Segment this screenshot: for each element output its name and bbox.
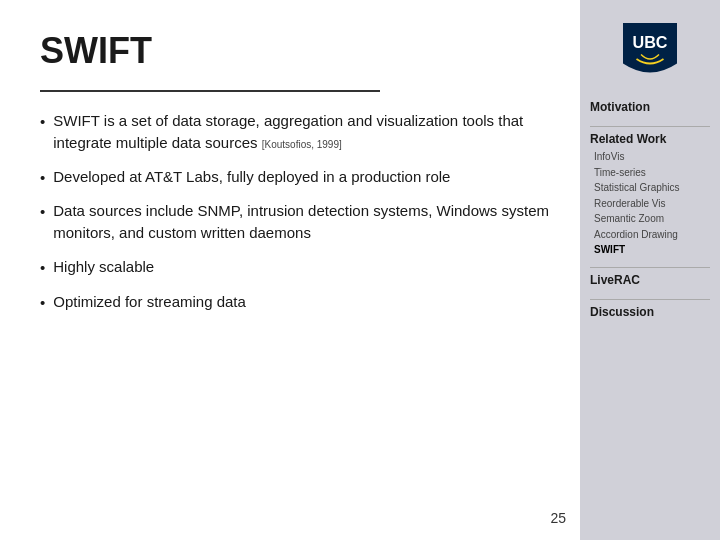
bullet-icon: • bbox=[40, 167, 45, 189]
ubc-logo: UBC bbox=[614, 14, 686, 86]
sidebar-item-infovis: InfoVis bbox=[594, 149, 710, 165]
sidebar-item-timeseries: Time-series bbox=[594, 165, 710, 181]
discussion-section: Discussion bbox=[590, 305, 710, 322]
sidebar-divider-2 bbox=[590, 267, 710, 268]
sidebar-divider-1 bbox=[590, 126, 710, 127]
sidebar-item-semantic-zoom: Semantic Zoom bbox=[594, 211, 710, 227]
discussion-label: Discussion bbox=[590, 305, 710, 319]
related-work-section: Related Work InfoVis Time-series Statist… bbox=[590, 132, 710, 258]
bullet-text: SWIFT is a set of data storage, aggregat… bbox=[53, 110, 550, 154]
list-item: • SWIFT is a set of data storage, aggreg… bbox=[40, 110, 550, 154]
bullet-list: • SWIFT is a set of data storage, aggreg… bbox=[40, 110, 550, 313]
bullet-text: Developed at AT&T Labs, fully deployed i… bbox=[53, 166, 450, 188]
sidebar-divider-3 bbox=[590, 299, 710, 300]
related-items: InfoVis Time-series Statistical Graphics… bbox=[590, 149, 710, 258]
bullet-icon: • bbox=[40, 257, 45, 279]
bullet-icon: • bbox=[40, 111, 45, 133]
bullet-text: Optimized for streaming data bbox=[53, 291, 246, 313]
citation: [Koutsofios, 1999] bbox=[262, 139, 342, 150]
motivation-label: Motivation bbox=[590, 100, 710, 114]
list-item: • Optimized for streaming data bbox=[40, 291, 550, 314]
sidebar-item-accordion-drawing: Accordion Drawing bbox=[594, 227, 710, 243]
bullet-icon: • bbox=[40, 292, 45, 314]
list-item: • Highly scalable bbox=[40, 256, 550, 279]
svg-text:UBC: UBC bbox=[632, 33, 667, 51]
bullet-icon: • bbox=[40, 201, 45, 223]
slide-number: 25 bbox=[550, 510, 566, 526]
bullet-text: Highly scalable bbox=[53, 256, 154, 278]
main-content: SWIFT • SWIFT is a set of data storage, … bbox=[0, 0, 580, 540]
list-item: • Data sources include SNMP, intrusion d… bbox=[40, 200, 550, 244]
sidebar-item-swift: SWIFT bbox=[594, 242, 710, 258]
sidebar-item-reorderable-vis: Reorderable Vis bbox=[594, 196, 710, 212]
bullet-text: Data sources include SNMP, intrusion det… bbox=[53, 200, 550, 244]
sidebar: UBC Motivation Related Work InfoVis Time… bbox=[580, 0, 720, 540]
list-item: • Developed at AT&T Labs, fully deployed… bbox=[40, 166, 550, 189]
live-rac-label: LiveRAC bbox=[590, 273, 710, 287]
motivation-section: Motivation bbox=[590, 100, 710, 117]
live-rac-section: LiveRAC bbox=[590, 273, 710, 290]
sidebar-item-statistical-graphics: Statistical Graphics bbox=[594, 180, 710, 196]
slide-title: SWIFT bbox=[40, 30, 550, 72]
title-divider bbox=[40, 90, 380, 92]
related-work-label: Related Work bbox=[590, 132, 710, 146]
